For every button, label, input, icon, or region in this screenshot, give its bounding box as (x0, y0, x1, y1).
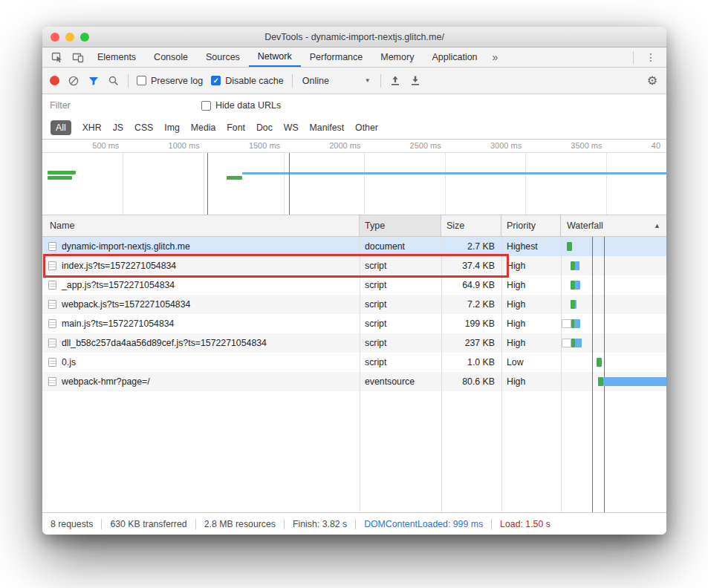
throttling-dropdown[interactable]: Online ▼ (301, 76, 372, 86)
file-icon (48, 377, 56, 386)
filter-pill-css[interactable]: CSS (134, 122, 153, 133)
requests-table-body: dynamic-import-nextjs.glitch.me document… (42, 237, 666, 512)
preserve-log-toggle[interactable]: ✓ Preserve log (137, 76, 203, 86)
column-separator[interactable] (360, 237, 360, 512)
filter-pill-img[interactable]: Img (164, 122, 180, 133)
overview-bar-green (48, 176, 73, 180)
request-name: webpack.js?ts=1572271054834 (62, 299, 190, 310)
file-icon (48, 242, 56, 251)
filter-pill-manifest[interactable]: Manifest (310, 122, 344, 133)
requests-count: 8 requests (51, 519, 93, 529)
request-name: index.js?ts=1572271054834 (62, 261, 176, 271)
table-row[interactable]: _app.js?ts=1572271054834 script 64.9 KB … (42, 275, 666, 295)
table-row[interactable]: dll_b58c257da4aa56d89cef.js?ts=157227105… (42, 333, 666, 353)
gridline (445, 153, 446, 215)
tick-label: 2000 ms (329, 141, 364, 150)
tab-application[interactable]: Application (423, 48, 486, 67)
disable-cache-toggle[interactable]: ✓ Disable cache (211, 76, 284, 86)
settings-gear-icon[interactable]: ⚙ (647, 74, 659, 88)
gridline (204, 153, 204, 215)
resources-size: 2.8 MB resources (204, 519, 276, 529)
devtools-menu-button[interactable]: ⋮ (640, 51, 662, 63)
column-header-priority[interactable]: Priority (501, 215, 561, 236)
network-overview[interactable]: 500 ms 1000 ms 1500 ms 2000 ms 2500 ms 3… (42, 140, 666, 215)
request-size: 37.4 KB (441, 256, 501, 275)
column-separator[interactable] (501, 237, 502, 512)
request-size: 2.7 KB (441, 237, 501, 256)
file-icon (48, 281, 56, 290)
filter-pill-all[interactable]: All (51, 120, 71, 135)
window-titlebar: DevTools - dynamic-import-nextjs.glitch.… (42, 27, 666, 48)
waterfall-cell (561, 353, 666, 372)
zoom-window-button[interactable] (80, 33, 89, 42)
disable-cache-checkbox: ✓ (211, 76, 221, 85)
filter-pill-media[interactable]: Media (191, 122, 216, 133)
tick-label: 1000 ms (169, 141, 204, 150)
requests-table-header: Name Type Size Priority Waterfall ▲ (42, 215, 666, 237)
clear-icon (68, 75, 79, 87)
filter-pill-other[interactable]: Other (355, 122, 378, 133)
table-row[interactable]: dynamic-import-nextjs.glitch.me document… (42, 237, 666, 256)
file-icon (48, 339, 56, 347)
table-row[interactable]: 0.js script 1.0 KB Low (42, 353, 666, 372)
waterfall-cell (561, 237, 666, 256)
search-button[interactable] (108, 75, 120, 87)
column-header-type[interactable]: Type (360, 215, 441, 236)
filter-pill-doc[interactable]: Doc (256, 122, 273, 133)
column-separator[interactable] (561, 237, 562, 512)
record-button[interactable] (50, 76, 59, 85)
export-har-button[interactable] (409, 75, 421, 87)
tab-sources[interactable]: Sources (197, 48, 249, 67)
request-type: script (360, 333, 441, 353)
load-marker-line (289, 153, 290, 215)
minimize-window-button[interactable] (65, 33, 74, 42)
tab-console[interactable]: Console (145, 48, 197, 67)
request-size: 7.2 KB (441, 295, 501, 314)
sort-ascending-icon: ▲ (654, 222, 660, 229)
overview-bar-blue (242, 172, 666, 174)
inspect-cursor-icon (51, 51, 63, 63)
resource-type-filters: All XHR JS CSS Img Media Font Doc WS Man… (42, 117, 666, 140)
request-type: eventsource (360, 372, 441, 391)
filter-toggle-button[interactable] (88, 75, 100, 87)
inspect-element-button[interactable] (47, 48, 68, 67)
status-separator (284, 519, 285, 529)
column-header-name[interactable]: Name (42, 215, 360, 236)
request-priority: High (501, 256, 561, 275)
waterfall-header-label: Waterfall (567, 220, 603, 231)
dcl-marker-line (207, 153, 208, 215)
filter-input[interactable] (50, 100, 191, 111)
gridline (364, 153, 365, 215)
close-window-button[interactable] (51, 33, 59, 42)
finish-time: Finish: 3.82 s (293, 519, 347, 529)
filter-pill-xhr[interactable]: XHR (82, 122, 102, 133)
import-har-button[interactable] (389, 75, 401, 87)
filter-pill-font[interactable]: Font (227, 122, 245, 133)
table-row[interactable]: main.js?ts=1572271054834 script 199 KB H… (42, 314, 666, 333)
tick-label: 500 ms (92, 141, 123, 150)
gridline (284, 153, 285, 215)
clear-button[interactable] (68, 75, 79, 87)
hide-data-urls-toggle[interactable]: ✓ Hide data URLs (201, 100, 281, 111)
devtools-tabbar: Elements Console Sources Network Perform… (42, 48, 666, 68)
device-toolbar-button[interactable] (68, 48, 88, 67)
tab-performance[interactable]: Performance (301, 48, 372, 67)
column-header-waterfall[interactable]: Waterfall ▲ (561, 215, 666, 236)
filter-pill-ws[interactable]: WS (284, 122, 299, 133)
filter-pill-js[interactable]: JS (113, 122, 123, 133)
tab-memory[interactable]: Memory (371, 48, 423, 67)
table-row[interactable]: webpack-hmr?page=/ eventsource 80.6 KB H… (42, 372, 666, 391)
gridline (525, 153, 526, 215)
column-separator[interactable] (441, 237, 442, 512)
column-header-size[interactable]: Size (441, 215, 501, 236)
table-row-highlighted[interactable]: index.js?ts=1572271054834 script 37.4 KB… (42, 256, 666, 275)
waterfall-bar-blue (575, 339, 582, 347)
waterfall-bar-blue (575, 281, 579, 290)
request-size: 64.9 KB (441, 275, 501, 295)
tab-elements[interactable]: Elements (88, 48, 145, 67)
status-separator (355, 519, 356, 529)
tab-network[interactable]: Network (249, 48, 301, 67)
more-tabs-button[interactable]: » (487, 48, 504, 67)
waterfall-bar-pending (562, 339, 571, 347)
table-row[interactable]: webpack.js?ts=1572271054834 script 7.2 K… (42, 295, 666, 314)
